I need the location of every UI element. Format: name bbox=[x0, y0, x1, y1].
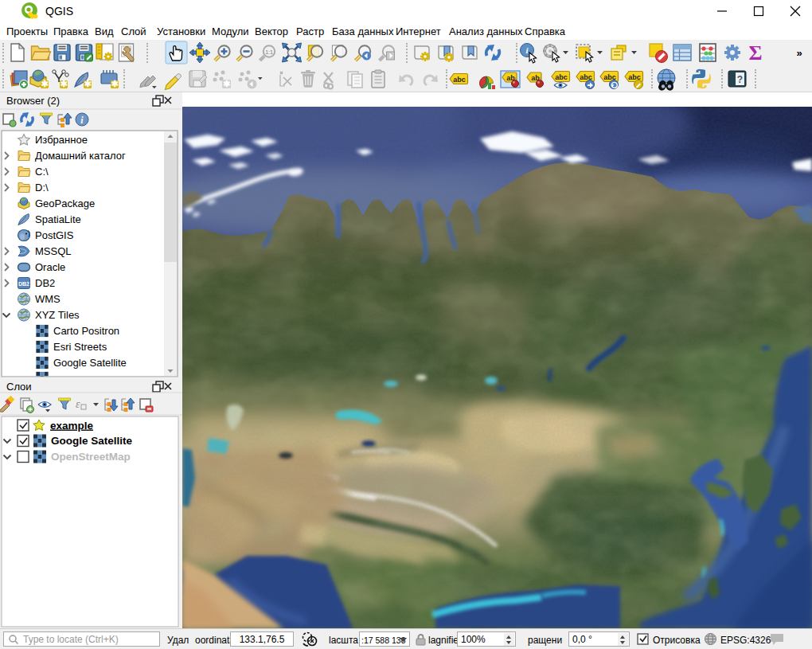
svg-text:Google Satellite: Google Satellite bbox=[51, 435, 133, 447]
svg-text:XYZ Tiles: XYZ Tiles bbox=[35, 309, 80, 321]
svg-text:OpenStreetMap: OpenStreetMap bbox=[51, 451, 131, 463]
svg-text:Google Satellite: Google Satellite bbox=[53, 357, 127, 369]
svg-text:Carto Positron: Carto Positron bbox=[53, 325, 119, 337]
svg-text:MSSQL: MSSQL bbox=[35, 245, 72, 257]
svg-text:»: » bbox=[796, 47, 802, 59]
svg-text:WMS: WMS bbox=[35, 293, 61, 305]
svg-text:Browser (2): Browser (2) bbox=[6, 95, 60, 107]
svg-text:✱: ✱ bbox=[111, 79, 118, 88]
svg-text:PostGIS: PostGIS bbox=[35, 229, 74, 241]
svg-text:ε: ε bbox=[76, 398, 80, 410]
svg-text:Esri Streets: Esri Streets bbox=[53, 341, 107, 353]
svg-text:1:1: 1:1 bbox=[265, 49, 273, 55]
svg-text:GeoPackage: GeoPackage bbox=[35, 197, 95, 209]
svg-text:DB2: DB2 bbox=[18, 281, 29, 287]
svg-text:SpatiaLite: SpatiaLite bbox=[35, 213, 81, 225]
svg-text:Избранное: Избранное bbox=[35, 134, 88, 146]
svg-text:Слои: Слои bbox=[6, 381, 32, 393]
svg-text:C:\: C:\ bbox=[35, 166, 49, 178]
svg-text:?: ? bbox=[737, 74, 743, 85]
svg-text:D:\: D:\ bbox=[35, 182, 49, 194]
svg-text:✱: ✱ bbox=[84, 79, 91, 88]
svg-text:Домашний каталог: Домашний каталог bbox=[35, 150, 126, 162]
svg-text:✱: ✱ bbox=[41, 79, 48, 88]
svg-text:✱: ✱ bbox=[60, 79, 67, 88]
svg-text:example: example bbox=[50, 420, 94, 432]
svg-text:DB2: DB2 bbox=[35, 277, 55, 289]
svg-text:✱: ✱ bbox=[223, 79, 230, 88]
svg-text:Oracle: Oracle bbox=[35, 261, 65, 273]
svg-text:Σ: Σ bbox=[749, 41, 763, 65]
